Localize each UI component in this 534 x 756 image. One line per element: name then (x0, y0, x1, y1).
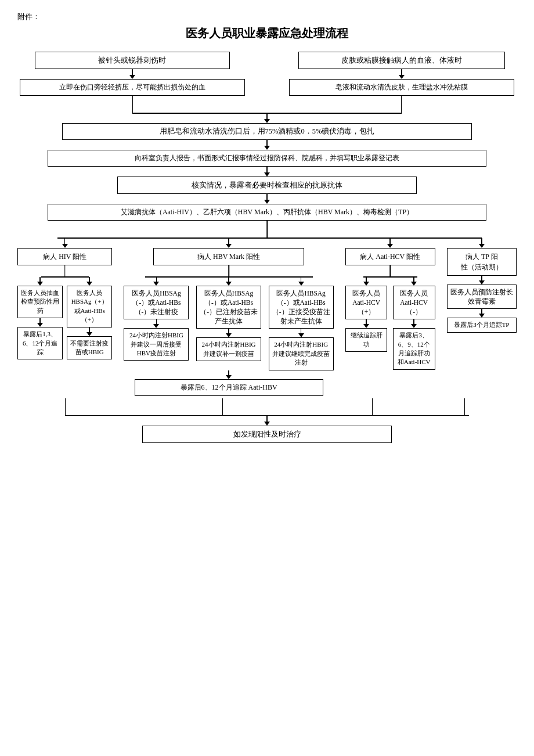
hbv-sub1-box: 医务人员HBSAg（-）或Aati-HBs（-）未注射疫 (124, 286, 189, 319)
hcv-sub2-result: 暴露后3、6、9、12个月追踪肝功和Aati-HCV (393, 328, 435, 370)
hiv-sub2-box: 医务人员HBSAg（+）或Aati-HBs（+） (67, 286, 112, 327)
step1-right-box: 皂液和流动水清洗皮肤，生理盐水冲洗粘膜 (289, 79, 514, 96)
hbv-sub3-box: 医务人员HBSAg（-）或Aati-HBs（-）正接受疫苗注射未产生抗体 (269, 286, 334, 329)
step1-left-box: 立即在伤口旁轻轻挤压，尽可能挤出损伤处的血 (20, 79, 245, 96)
cat1-box: 病人 HIV 阳性 (17, 248, 112, 265)
start-box-2: 皮肤或粘膜接触病人的血液、体液时 (298, 52, 505, 69)
attachment-label: 附件： (17, 12, 517, 22)
hbv-sub1-result: 24小时内注射HBIG 并建议一周后接受HBV疫苗注射 (124, 328, 189, 361)
step3-box: 向科室负责人报告，书面形式汇报事情经过报防保科、院感科，并填写职业暴露登记表 (48, 150, 487, 167)
tp-sub1-box: 医务人员预防注射长效青霉素 (447, 285, 517, 309)
step4-box: 核实情况，暴露者必要时检查相应的抗原抗体 (117, 177, 417, 194)
cat4-box: 病人 TP 阳 性（活动期） (447, 248, 517, 276)
hbv-sub3-result: 24小时内注射HBIG并建议继续完成疫苗注射 (269, 337, 334, 370)
cat3-box: 病人 Aati-HCV 阳性 (345, 248, 435, 265)
hbv-sub2-box: 医务人员HBSAg（-）或Aati-HBs（-）已注射疫苗未产生抗体 (196, 286, 261, 329)
main-title: 医务人员职业暴露应急处理流程 (17, 26, 517, 41)
hbv-common-box: 暴露后6、12个月追踪 Aati-HBV (135, 379, 323, 396)
start-box-1: 被针头或锐器刺伤时 (35, 52, 230, 69)
final-box: 如发现阳性及时治疗 (142, 426, 392, 443)
hiv-sub1-box: 医务人员抽血检查预防性用药 (17, 286, 63, 318)
hiv-sub1-result: 暴露后1,3、6、12个月追踪 (17, 327, 63, 359)
step5-box: 艾滋病抗体（Aati-HIV）、乙肝六项（HBV Mark）、丙肝抗体（HBV … (48, 204, 487, 221)
hiv-sub2-result: 不需要注射疫苗或HBIG (67, 336, 112, 360)
step2-box: 用肥皂和流动水清洗伤口后，用75%酒精或0．5%碘伏消毒，包扎 (62, 123, 471, 140)
hcv-sub1-box: 医务人员Aati-HCV（+） (345, 286, 388, 319)
hcv-sub2-box: 医务人员Aati-HCV（-） (393, 286, 435, 319)
hcv-sub1-result: 继续追踪肝功 (345, 328, 388, 352)
cat2-box: 病人 HBV Mark 阳性 (153, 248, 304, 265)
tp-sub1-result: 暴露后3个月追踪TP (447, 318, 517, 332)
hbv-sub2-result: 24小时内注射HBIG并建议补一剂疫苗 (196, 337, 261, 361)
